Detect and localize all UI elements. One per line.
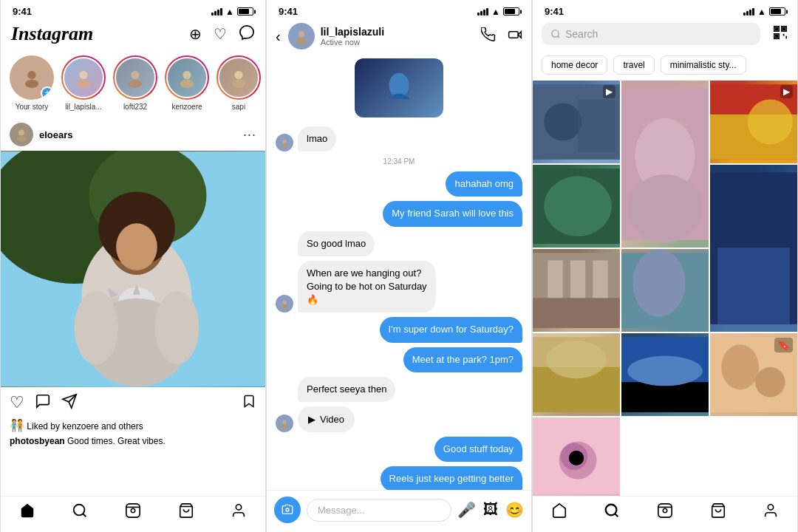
play-icon: ▶ (308, 414, 316, 425)
status-time-1: 9:41 (13, 6, 32, 17)
nav-reels-3[interactable] (657, 502, 673, 523)
svg-rect-38 (509, 31, 519, 37)
msg-video-bubble[interactable]: ▶ Video (298, 406, 355, 432)
dm-user-info[interactable]: lil_lapislazuli Active now (288, 23, 474, 50)
video-label: Video (320, 414, 344, 425)
status-icons-3: ▲ (743, 7, 785, 17)
msg-time: 12:34 PM (276, 157, 522, 166)
nav-profile-1[interactable] (231, 502, 247, 523)
call-icon[interactable] (481, 27, 496, 46)
story-3[interactable]: kenzoere (165, 55, 209, 111)
messenger-icon[interactable] (239, 24, 255, 44)
caption-username: photosbyean (10, 436, 65, 446)
svg-point-44 (281, 305, 287, 310)
svg-line-95 (615, 514, 618, 516)
msg-bubble-good-stuff: Good stuff today (434, 437, 522, 462)
search-bar[interactable]: Search (542, 23, 760, 45)
dm-user-details: lil_lapislazuli Active now (321, 26, 384, 47)
msg-bubble-sarah: My friend Sarah will love this (383, 201, 522, 226)
nav-search-1[interactable] (72, 502, 88, 523)
svg-rect-76 (548, 260, 562, 298)
story-4[interactable]: sapi (216, 55, 261, 111)
grid-cell-7[interactable] (621, 249, 709, 332)
dm-message-input[interactable]: Message... (307, 499, 451, 522)
svg-point-25 (74, 291, 118, 364)
share-icon[interactable] (61, 393, 78, 414)
back-button[interactable]: ‹ (276, 28, 281, 45)
svg-rect-85 (621, 382, 709, 412)
msg-hangout: When are we hanging out?Going to be hot … (276, 261, 522, 313)
dm-mic-icon[interactable]: 🎤 (457, 501, 476, 519)
grid-cell-3[interactable]: ▶ (710, 81, 797, 163)
bookmark-icon[interactable] (242, 393, 256, 414)
notifications-icon[interactable]: ♡ (214, 25, 227, 43)
chip-home-decor[interactable]: home decor (542, 55, 607, 75)
instagram-logo: Instagram (11, 23, 93, 45)
svg-rect-77 (570, 260, 585, 298)
post-user[interactable]: eloears (10, 123, 73, 146)
dm-emoji-icon[interactable]: 😊 (505, 501, 524, 519)
grid-cell-6[interactable] (533, 249, 620, 332)
post-more-btn[interactable]: ··· (243, 127, 256, 143)
nav-home-3[interactable] (551, 502, 567, 523)
nav-shop-1[interactable] (178, 502, 194, 523)
header-icons: ⊕ ♡ (189, 24, 255, 44)
status-bar-3: 9:41 ▲ (533, 0, 797, 20)
msg-park: Meet at the park? 1pm? (276, 347, 522, 372)
story-2[interactable]: lofti232 (113, 55, 157, 111)
grid-cell-11[interactable] (533, 417, 620, 496)
msg-bubble-sogood: So good lmao (298, 231, 375, 256)
svg-point-42 (281, 144, 287, 149)
grid-cell-10[interactable]: 🔖 (710, 333, 797, 416)
dm-input-icons: 🎤 🖼 😊 (457, 501, 524, 519)
msg-reels: Reels just keep getting better (276, 466, 522, 490)
grid-cell-2[interactable] (621, 81, 709, 248)
new-post-icon[interactable]: ⊕ (189, 25, 202, 43)
nav-home-1[interactable] (19, 502, 35, 523)
dm-gallery-icon[interactable]: 🖼 (483, 501, 498, 519)
grid-video-icon-3: ▶ (780, 85, 793, 98)
comment-icon[interactable] (35, 393, 51, 414)
grid-cell-9[interactable] (621, 333, 709, 416)
svg-point-94 (606, 505, 617, 516)
qr-icon[interactable] (772, 24, 788, 44)
grid-cell-1[interactable]: ▶ (533, 81, 620, 163)
grid-cell-4[interactable] (533, 165, 620, 248)
svg-point-86 (627, 356, 703, 386)
likes-text: 🧑‍🤝‍🧑 Liked by kenzoere and others (1, 417, 265, 435)
msg-good-stuff: Good stuff today (276, 437, 522, 462)
grid-video-icon-1: ▶ (603, 85, 615, 98)
svg-point-93 (569, 451, 584, 466)
grid-cell-5[interactable] (710, 165, 797, 332)
svg-point-97 (663, 508, 667, 513)
nav-profile-3[interactable] (763, 502, 779, 523)
grid-cell-8[interactable] (533, 333, 620, 416)
wifi-icon-1: ▲ (225, 7, 234, 17)
chip-travel[interactable]: travel (613, 55, 654, 75)
svg-rect-53 (776, 27, 778, 30)
dm-user-avatar (288, 23, 315, 50)
svg-rect-54 (783, 27, 785, 30)
story-your[interactable]: + Your story (10, 55, 54, 111)
dm-camera-btn[interactable] (274, 497, 301, 523)
dm-status: Active now (321, 38, 384, 47)
battery-icon-3 (769, 7, 785, 16)
svg-point-45 (282, 420, 287, 424)
add-story-btn[interactable]: + (41, 86, 54, 100)
msg-bubble-park: Meet at the park? 1pm? (403, 347, 522, 372)
video-call-icon[interactable] (508, 27, 522, 46)
wifi-icon-3: ▲ (757, 7, 766, 17)
your-story-avatar: + (10, 55, 54, 100)
msg-bubble-hahah: hahahah omg (446, 171, 522, 197)
battery-icon-1 (237, 7, 253, 16)
like-icon[interactable]: ♡ (10, 393, 24, 414)
nav-shop-3[interactable] (710, 502, 726, 523)
chip-minimalistic[interactable]: minimalistic sty... (661, 55, 746, 75)
nav-reels-1[interactable] (125, 502, 141, 523)
story-label-2: lofti232 (123, 103, 147, 111)
story-label-4: sapi (232, 103, 245, 111)
nav-search-3[interactable] (604, 502, 620, 523)
story-label-1: lil_lapísla... (65, 103, 101, 111)
status-icons-1: ▲ (211, 7, 253, 17)
story-1[interactable]: lil_lapísla... (61, 55, 106, 111)
